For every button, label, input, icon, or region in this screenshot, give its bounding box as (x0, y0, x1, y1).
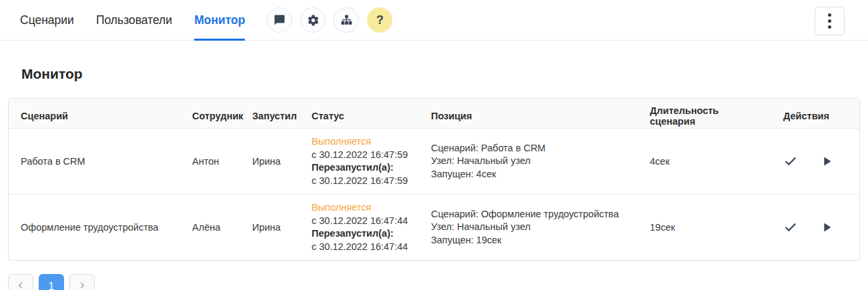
prev-page-button[interactable] (8, 274, 33, 290)
play-icon[interactable] (819, 220, 834, 235)
actions-cell (771, 129, 859, 194)
position-node: Узел: Начальный узел (431, 155, 530, 168)
status-state: Выполняется (312, 201, 371, 215)
status-cell: Выполняется с 30.12.2022 16:47:44 Переза… (300, 195, 419, 260)
position-cell: Сценарий: Работа в CRM Узел: Начальный у… (419, 129, 638, 194)
status-since: с 30.12.2022 16:47:44 (312, 215, 408, 228)
status-restarted-at: с 30.12.2022 16:47:59 (312, 175, 408, 188)
status-restarted-label: Перезапустил(а): (312, 227, 394, 241)
chevron-left-icon (16, 281, 25, 290)
help-button[interactable]: ? (367, 7, 392, 33)
status-state: Выполняется (312, 135, 371, 149)
tab-users[interactable]: Пользователи (96, 0, 172, 41)
gear-icon (307, 14, 320, 27)
tab-monitor[interactable]: Монитор (194, 0, 245, 41)
started-by-name: Ирина (240, 129, 300, 194)
position-running: Запущен: 4сек (431, 168, 496, 181)
table-header-row: Сценарий Сотрудник Запустил Статус Позиц… (9, 99, 859, 129)
employee-name: Алёна (180, 195, 240, 260)
sitemap-icon (340, 14, 353, 27)
position-cell: Сценарий: Оформление трудоустройства Узе… (419, 195, 638, 260)
table-row: Оформление трудоустройства Алёна Ирина В… (9, 194, 859, 260)
top-navigation-bar: Сценарии Пользователи Монитор ? (0, 0, 868, 41)
position-scenario: Сценарий: Работа в CRM (431, 142, 546, 155)
check-icon[interactable] (783, 154, 798, 169)
table-row: Работа в CRM Антон Ирина Выполняется с 3… (9, 129, 859, 194)
started-by-name: Ирина (240, 195, 300, 260)
scenario-name: Работа в CRM (9, 129, 180, 194)
status-cell: Выполняется с 30.12.2022 16:47:59 Переза… (300, 129, 419, 194)
chat-icon (274, 14, 286, 26)
page-title: Монитор (21, 66, 868, 82)
chevron-right-icon (77, 281, 87, 290)
check-icon[interactable] (783, 220, 798, 235)
kebab-menu-icon (828, 13, 831, 29)
status-restarted-label: Перезапустил(а): (312, 161, 394, 175)
play-icon[interactable] (819, 154, 834, 169)
status-since: с 30.12.2022 16:47:59 (312, 149, 408, 162)
position-scenario: Сценарий: Оформление трудоустройства (431, 208, 618, 221)
duration-cell: 19сек (638, 195, 771, 260)
chat-button[interactable] (267, 7, 292, 33)
tab-scenarios[interactable]: Сценарии (20, 0, 74, 41)
more-options-button[interactable] (815, 7, 845, 35)
monitor-table: Сценарий Сотрудник Запустил Статус Позиц… (8, 98, 860, 261)
position-running: Запущен: 19сек (431, 234, 502, 247)
position-node: Узел: Начальный узел (431, 221, 530, 234)
page-number-button[interactable]: 1 (39, 274, 64, 290)
duration-cell: 4сек (638, 129, 771, 194)
settings-button[interactable] (300, 7, 326, 33)
actions-cell (771, 195, 859, 260)
pagination: 1 (8, 274, 868, 290)
next-page-button[interactable] (69, 274, 95, 290)
sitemap-button[interactable] (334, 7, 359, 33)
employee-name: Антон (180, 129, 240, 194)
help-icon: ? (376, 13, 384, 27)
scenario-name: Оформление трудоустройства (9, 195, 180, 260)
status-restarted-at: с 30.12.2022 16:47:44 (312, 241, 408, 254)
